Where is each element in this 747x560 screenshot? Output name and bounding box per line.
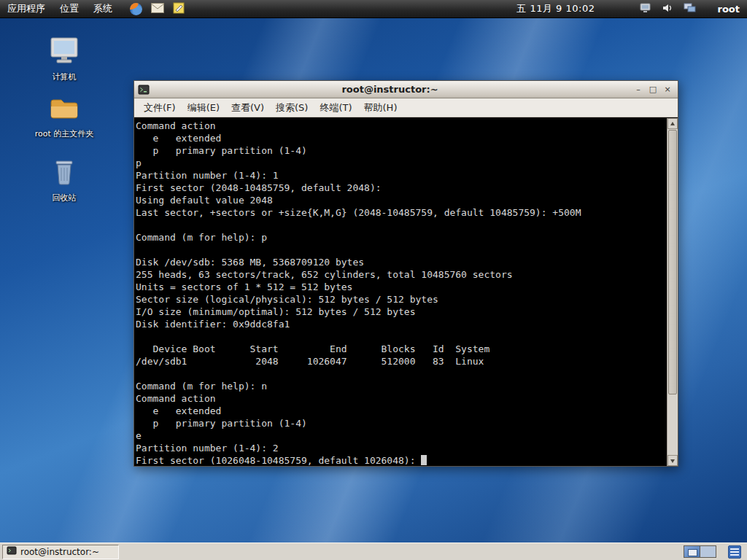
- terminal-line: Device Boot Start End Blocks Id System: [136, 343, 667, 355]
- taskbar-item-terminal[interactable]: root@instructor:~: [2, 545, 119, 559]
- scrollbar-thumb[interactable]: [668, 130, 677, 394]
- window-menubar: 文件(F) 编辑(E) 查看(V) 搜索(S) 终端(T) 帮助(H): [134, 98, 678, 117]
- desktop-icon-label: root 的主文件夹: [28, 128, 101, 139]
- terminal-line: Partition number (1-4): 2: [136, 442, 667, 454]
- terminal-line: First sector (2048-10485759, default 204…: [136, 182, 667, 194]
- minimize-button[interactable]: –: [632, 84, 645, 96]
- terminal-app-icon: [138, 84, 150, 96]
- terminal-prompt-line: First sector (1026048-10485759, default …: [136, 454, 667, 466]
- firefox-icon[interactable]: [130, 3, 142, 15]
- terminal-line: [136, 330, 667, 343]
- terminal-line: e extended: [136, 132, 667, 144]
- panel-launchers: [130, 2, 185, 16]
- terminal-prompt-text: First sector (1026048-10485759, default …: [136, 455, 421, 466]
- system-tray: [639, 2, 696, 16]
- desktop-wallpaper: 应用程序 位置 系统 五 11月 9 10:02: [0, 0, 747, 560]
- terminal-cursor: [421, 455, 427, 465]
- terminal-line: e: [136, 429, 667, 442]
- window-titlebar[interactable]: root@instructor:~ – □ ×: [134, 81, 678, 98]
- terminal-line: Last sector, +sectors or +size{K,M,G} (2…: [136, 206, 667, 219]
- menu-edit[interactable]: 编辑(E): [182, 98, 225, 117]
- desktop-icon-home[interactable]: root 的主文件夹: [28, 96, 101, 139]
- menu-file[interactable]: 文件(F): [138, 98, 182, 117]
- terminal-line: /dev/sdb1 2048 1026047 512000 83 Linux: [136, 355, 667, 368]
- home-folder-icon: [28, 96, 101, 125]
- maximize-button[interactable]: □: [646, 84, 659, 96]
- terminal-line: [136, 219, 667, 231]
- terminal-line: p: [136, 157, 667, 169]
- terminal-line: 255 heads, 63 sectors/track, 652 cylinde…: [136, 268, 667, 281]
- desktop-icon-label: 计算机: [28, 71, 101, 82]
- terminal-line: Disk /dev/sdb: 5368 MB, 5368709120 bytes: [136, 256, 667, 268]
- terminal-window: root@instructor:~ – □ × 文件(F) 编辑(E) 查看(V…: [133, 80, 678, 467]
- terminal-line: [136, 368, 667, 380]
- bottom-panel: root@instructor:~: [0, 542, 747, 560]
- menu-applications[interactable]: 应用程序: [0, 0, 53, 18]
- terminal-line: Command action: [136, 392, 667, 405]
- terminal-line: Command action: [136, 120, 667, 132]
- trash-icon: [28, 158, 101, 190]
- taskbar-terminal-icon: [7, 545, 17, 558]
- terminal-line: p primary partition (1-4): [136, 417, 667, 429]
- taskbar-item-label: root@instructor:~: [20, 547, 99, 557]
- menu-help[interactable]: 帮助(H): [358, 98, 403, 117]
- network-icon[interactable]: [684, 2, 696, 15]
- terminal-scrollbar[interactable]: [667, 118, 678, 466]
- terminal-line: Partition number (1-4): 1: [136, 169, 667, 182]
- show-desktop-icon[interactable]: [728, 545, 741, 559]
- terminal-line: Command (m for help): n: [136, 380, 667, 392]
- window-title: root@instructor:~: [150, 84, 630, 95]
- workspace-1[interactable]: [684, 545, 700, 558]
- terminal-line: Units = sectors of 1 * 512 = 512 bytes: [136, 281, 667, 293]
- volume-icon[interactable]: [662, 2, 673, 16]
- desktop-icon-trash[interactable]: 回收站: [28, 158, 101, 203]
- terminal-line: Command (m for help): p: [136, 231, 667, 244]
- menu-system[interactable]: 系统: [86, 0, 120, 18]
- terminal-line: I/O size (minimum/optimal): 512 bytes / …: [136, 306, 667, 318]
- top-panel: 应用程序 位置 系统 五 11月 9 10:02: [0, 0, 747, 18]
- user-label: root: [718, 4, 740, 15]
- terminal-line: Using default value 2048: [136, 194, 667, 206]
- scroll-down-button[interactable]: [667, 455, 678, 466]
- workspace-switcher: [684, 545, 716, 558]
- notes-icon[interactable]: [173, 2, 185, 16]
- desktop-icon-label: 回收站: [28, 192, 101, 203]
- terminal-line: Disk identifier: 0x9ddc8fa1: [136, 318, 667, 330]
- terminal-line: p primary partition (1-4): [136, 144, 667, 157]
- workspace-2[interactable]: [700, 545, 716, 558]
- email-icon[interactable]: [151, 3, 164, 15]
- menu-terminal[interactable]: 终端(T): [314, 98, 357, 117]
- tray-monitor-icon[interactable]: [639, 2, 651, 15]
- menu-view[interactable]: 查看(V): [225, 98, 270, 117]
- terminal-content[interactable]: Command action e extended p primary part…: [134, 118, 678, 466]
- close-button[interactable]: ×: [661, 84, 674, 96]
- desktop-icon-computer[interactable]: 计算机: [28, 36, 101, 82]
- menu-places[interactable]: 位置: [53, 0, 86, 18]
- clock[interactable]: 五 11月 9 10:02: [516, 2, 595, 15]
- computer-icon: [28, 36, 101, 69]
- terminal-line: e extended: [136, 405, 667, 417]
- scroll-up-button[interactable]: [667, 118, 678, 129]
- menu-search[interactable]: 搜索(S): [270, 98, 314, 117]
- terminal-output: Command action e extended p primary part…: [134, 118, 667, 466]
- panel-right-area: 五 11月 9 10:02 root: [516, 2, 747, 16]
- terminal-line: Sector size (logical/physical): 512 byte…: [136, 293, 667, 306]
- terminal-line: [136, 244, 667, 256]
